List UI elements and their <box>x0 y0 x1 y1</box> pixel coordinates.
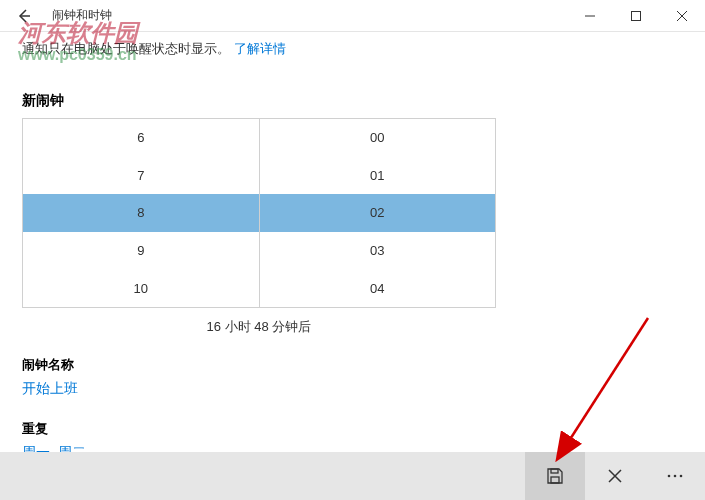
alarm-name-label: 闹钟名称 <box>22 356 683 374</box>
time-until-label: 16 小时 48 分钟后 <box>22 318 496 336</box>
notice-text: 通知只在电脑处于唤醒状态时显示。 <box>22 41 234 56</box>
minute-column[interactable]: 00 01 02 03 04 <box>260 119 496 307</box>
notice-bar: 通知只在电脑处于唤醒状态时显示。 了解详情 <box>22 32 683 58</box>
hour-option-selected[interactable]: 8 <box>23 194 259 232</box>
minute-option[interactable]: 01 <box>260 157 496 195</box>
more-button[interactable] <box>645 452 705 500</box>
back-button[interactable] <box>0 0 48 32</box>
learn-more-link[interactable]: 了解详情 <box>234 41 286 56</box>
maximize-icon <box>631 11 641 21</box>
minimize-icon <box>585 11 595 21</box>
minute-option-selected[interactable]: 02 <box>260 194 496 232</box>
minute-option[interactable]: 00 <box>260 119 496 157</box>
command-bar <box>0 452 705 500</box>
cancel-icon <box>607 468 623 484</box>
cancel-button[interactable] <box>585 452 645 500</box>
svg-point-3 <box>668 475 671 478</box>
new-alarm-heading: 新闹钟 <box>22 92 683 110</box>
hour-option[interactable]: 7 <box>23 157 259 195</box>
window-controls <box>567 0 705 32</box>
more-icon <box>667 474 683 478</box>
back-arrow-icon <box>16 8 32 24</box>
svg-rect-1 <box>551 469 558 473</box>
maximize-button[interactable] <box>613 0 659 32</box>
alarm-name-value[interactable]: 开始上班 <box>22 380 683 398</box>
repeat-label: 重复 <box>22 420 683 438</box>
svg-point-4 <box>674 475 677 478</box>
save-button[interactable] <box>525 452 585 500</box>
close-icon <box>677 11 687 21</box>
window-title: 闹钟和时钟 <box>48 7 567 24</box>
minute-option[interactable]: 03 <box>260 232 496 270</box>
minute-option[interactable]: 04 <box>260 269 496 307</box>
content-area: 通知只在电脑处于唤醒状态时显示。 了解详情 新闹钟 6 7 8 9 10 00 … <box>0 32 705 462</box>
svg-rect-0 <box>632 11 641 20</box>
time-picker[interactable]: 6 7 8 9 10 00 01 02 03 04 <box>22 118 496 308</box>
titlebar: 闹钟和时钟 <box>0 0 705 32</box>
svg-rect-2 <box>551 477 559 483</box>
hour-column[interactable]: 6 7 8 9 10 <box>23 119 260 307</box>
close-button[interactable] <box>659 0 705 32</box>
hour-option[interactable]: 9 <box>23 232 259 270</box>
save-icon <box>545 466 565 486</box>
hour-option[interactable]: 10 <box>23 269 259 307</box>
svg-point-5 <box>680 475 683 478</box>
hour-option[interactable]: 6 <box>23 119 259 157</box>
minimize-button[interactable] <box>567 0 613 32</box>
